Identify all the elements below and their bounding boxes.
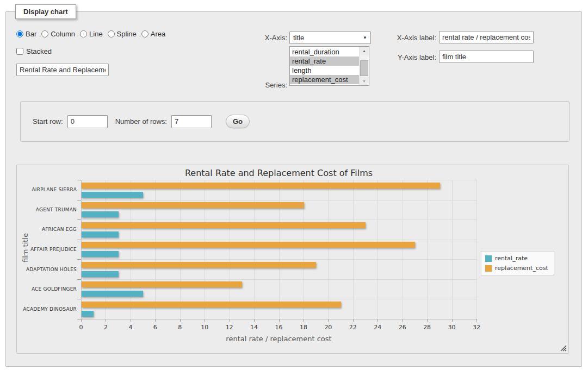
- x-tick-label: 16: [275, 324, 283, 331]
- x-axis-select-label: X-Axis:: [213, 34, 287, 42]
- chart-type-option-spline[interactable]: Spline: [108, 30, 137, 38]
- chart-title-input[interactable]: [16, 64, 109, 76]
- y-tick: [77, 180, 81, 180]
- legend-swatch: [485, 255, 492, 262]
- y-gridline: [81, 259, 476, 260]
- x-tick-label: 10: [201, 324, 208, 331]
- bar-replacement_cost: [82, 222, 366, 228]
- y-tick: [77, 259, 81, 260]
- bar-rental_rate: [82, 192, 143, 198]
- x-gridline: [180, 180, 181, 319]
- stacked-checkbox[interactable]: [16, 48, 23, 55]
- chart-type-radio-spline[interactable]: [108, 30, 115, 37]
- chart-type-option-label: Bar: [26, 30, 36, 38]
- chart-type-option-label: Column: [51, 30, 75, 38]
- x-tick-label: 6: [153, 324, 157, 331]
- display-chart-panel: Display chart BarColumnLineSplineArea St…: [5, 11, 582, 367]
- chart-controls: BarColumnLineSplineArea Stacked X-Axis: …: [6, 12, 581, 104]
- stacked-label: Stacked: [26, 47, 52, 55]
- y-tick: [77, 220, 81, 220]
- x-axis-label-label: X-Axis label:: [364, 34, 436, 42]
- x-tick-label: 26: [399, 324, 406, 331]
- bar-replacement_cost: [82, 281, 242, 287]
- bar-rental_rate: [82, 251, 119, 257]
- y-tick: [77, 200, 81, 200]
- series-scrollbar[interactable]: ▲ ▼: [359, 47, 369, 85]
- y-gridline: [81, 299, 476, 299]
- resize-handle-icon[interactable]: [560, 345, 567, 352]
- x-tick-label: 4: [128, 324, 132, 331]
- x-gridline: [328, 180, 329, 319]
- category-label: AGENT TRUMAN: [18, 207, 77, 212]
- category-label: ADAPTATION HOLES: [18, 267, 77, 272]
- y-axis-label-input[interactable]: [439, 51, 534, 63]
- x-gridline: [279, 180, 280, 319]
- chart-type-option-area[interactable]: Area: [141, 30, 165, 38]
- number-of-rows-input[interactable]: [171, 115, 212, 128]
- x-tick-label: 18: [300, 324, 307, 331]
- go-button[interactable]: Go: [226, 115, 250, 128]
- number-of-rows-label: Number of rows:: [115, 117, 167, 126]
- scrollbar-thumb[interactable]: [360, 60, 368, 76]
- bar-rental_rate: [82, 311, 94, 317]
- y-gridline: [81, 319, 476, 319]
- category-label: ACE GOLDFINGER: [18, 286, 77, 292]
- x-gridline: [254, 180, 255, 319]
- x-tick-label: 20: [324, 324, 332, 331]
- category-label: AFRICAN EGG: [18, 227, 77, 232]
- x-axis-label-input[interactable]: [439, 31, 534, 43]
- bar-replacement_cost: [82, 242, 415, 248]
- chart-type-radio-area[interactable]: [141, 30, 148, 37]
- x-gridline: [155, 180, 156, 319]
- chart-type-option-column[interactable]: Column: [41, 30, 75, 38]
- chart-type-option-label: Area: [151, 30, 165, 38]
- x-gridline: [205, 180, 205, 319]
- y-tick: [77, 240, 81, 240]
- series-option-rental_rate[interactable]: rental_rate: [290, 57, 360, 66]
- legend-item-replacement_cost[interactable]: replacement_cost: [485, 265, 548, 272]
- start-row-input[interactable]: [67, 115, 108, 128]
- series-select-label: Series:: [213, 81, 287, 89]
- y-tick: [77, 299, 81, 299]
- chart-type-group: BarColumnLineSplineArea: [16, 30, 170, 38]
- bar-rental_rate: [82, 231, 119, 237]
- legend-item-rental_rate[interactable]: rental_rate: [485, 255, 548, 262]
- y-gridline: [81, 200, 476, 200]
- legend-label: rental_rate: [495, 255, 528, 262]
- series-option-rental_duration[interactable]: rental_duration: [290, 47, 360, 57]
- chart-container: Rental Rate and Replacement Cost of Film…: [16, 165, 569, 354]
- x-tick-label: 14: [250, 324, 258, 331]
- y-gridline: [81, 279, 476, 280]
- chart-type-radio-column[interactable]: [41, 30, 48, 37]
- chart-type-radio-bar[interactable]: [16, 30, 23, 37]
- series-option-replacement_cost[interactable]: replacement_cost: [290, 75, 360, 84]
- category-label: ACADEMY DINOSAUR: [18, 306, 77, 312]
- x-axis-select[interactable]: title ▼: [289, 32, 371, 44]
- x-gridline: [377, 180, 378, 319]
- bar-replacement_cost: [82, 183, 440, 189]
- x-tick-label: 22: [349, 324, 357, 331]
- x-gridline: [304, 180, 304, 319]
- x-tick-label: 2: [104, 324, 108, 331]
- chart-type-option-label: Line: [89, 30, 103, 38]
- series-option-length[interactable]: length: [290, 66, 360, 75]
- stacked-option[interactable]: Stacked: [16, 47, 52, 55]
- bar-replacement_cost: [82, 202, 304, 208]
- x-tick-label: 32: [473, 324, 480, 331]
- chart-type-option-bar[interactable]: Bar: [16, 30, 36, 38]
- x-tick-label: 24: [374, 324, 381, 331]
- y-tick: [77, 279, 81, 280]
- x-tick-label: 30: [448, 324, 456, 331]
- row-range-box: Start row: Number of rows: Go: [20, 101, 570, 142]
- y-gridline: [81, 220, 476, 220]
- chart-type-option-line[interactable]: Line: [80, 30, 103, 38]
- scroll-down-icon[interactable]: ▼: [360, 77, 369, 85]
- bar-replacement_cost: [82, 302, 341, 308]
- x-gridline: [230, 180, 230, 319]
- chart-title: Rental Rate and Replacement Cost of Film…: [81, 168, 476, 178]
- chart-type-radio-line[interactable]: [80, 30, 87, 37]
- y-gridline: [81, 180, 476, 180]
- x-tick: [476, 319, 477, 322]
- series-listbox[interactable]: rental_durationrental_ratelengthreplacem…: [289, 46, 369, 86]
- plot-area: 02468101214161820222426283032AIRPLANE SI…: [81, 180, 476, 319]
